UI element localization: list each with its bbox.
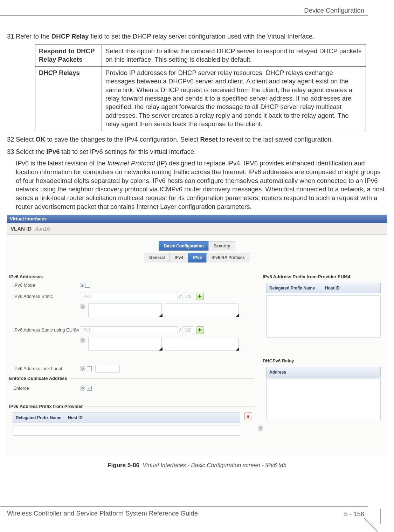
col-host-id[interactable]: Host ID bbox=[322, 283, 381, 293]
definition-table: Respond to DHCP Relay Packets Select thi… bbox=[35, 45, 366, 131]
term: DHCP Relays bbox=[35, 66, 102, 131]
window-titlebar: Virtual Interfaces bbox=[7, 215, 387, 223]
text: (IP) designed to replace IPv4. IPV6 prov… bbox=[16, 159, 385, 211]
step-number: 33 bbox=[7, 148, 16, 156]
field-name: DHCP Relay bbox=[51, 33, 89, 40]
tab-security[interactable]: Security bbox=[208, 241, 235, 251]
slash-icon: / bbox=[179, 327, 181, 333]
label: Enforce bbox=[13, 385, 80, 391]
tab-basic-configuration[interactable]: Basic Configuration bbox=[159, 241, 209, 251]
resize-icon: ◢ bbox=[236, 346, 239, 352]
step-31: 31 Refer to the DHCP Relay field to set … bbox=[7, 32, 387, 41]
add-button[interactable]: ✚ bbox=[196, 326, 204, 334]
prefix-provider-list[interactable] bbox=[13, 425, 240, 436]
term-italic: Internet Protocol bbox=[107, 159, 155, 167]
group-label: IPv6 Addresses bbox=[9, 274, 45, 280]
embedded-screenshot: Virtual Interfaces VLAN ID vlan10 Basic … bbox=[7, 215, 387, 455]
figure-caption: Figure 5-86 Virtual Interfaces - Basic C… bbox=[7, 461, 387, 470]
table-row: Respond to DHCP Relay Packets Select thi… bbox=[35, 45, 366, 66]
row-ipv6-mode: IPv6 Mode ⇲ bbox=[13, 282, 251, 288]
ipv6-static-eui-prefix-input[interactable]: 120 bbox=[182, 326, 194, 334]
running-header: Device Configuration bbox=[304, 6, 364, 15]
override-badge: o ◢ ◢ bbox=[80, 337, 239, 351]
text: field to set the DHCP relay server confi… bbox=[89, 33, 314, 40]
row-enforce: Enforce o bbox=[13, 385, 251, 391]
dhcpv6-relay-list[interactable] bbox=[266, 378, 381, 420]
text: Select bbox=[16, 136, 36, 143]
ipv6-static-eui-input[interactable]: IPv6 bbox=[80, 326, 178, 334]
text: tab to set IPv6 settings for this virtua… bbox=[60, 148, 196, 155]
ipv6-static-eui-list-2[interactable]: ◢ bbox=[165, 337, 239, 351]
tab-ipv6-ra-prefixes[interactable]: IPv6 RA Prefixes bbox=[206, 253, 250, 262]
tab-ipv6[interactable]: IPv6 bbox=[188, 253, 207, 262]
footer-rule bbox=[0, 506, 368, 507]
col-address[interactable]: Address bbox=[266, 367, 381, 377]
col-delegated-prefix[interactable]: Delegated Prefix Name bbox=[266, 283, 322, 293]
group-dhcpv6-relay: DHCPv6 Relay Address o bbox=[263, 361, 384, 438]
group-ipv6-addresses: IPv6 Addresses IPv6 Mode ⇲ IPv6 Address … bbox=[9, 277, 254, 386]
resize-icon: ◢ bbox=[236, 312, 239, 318]
resize-icon: ◢ bbox=[159, 346, 163, 352]
enforce-checkbox[interactable] bbox=[87, 386, 92, 391]
top-tabs: Basic ConfigurationSecurity bbox=[7, 241, 387, 251]
resize-icon: ◢ bbox=[159, 312, 163, 318]
ui-label: OK bbox=[36, 136, 46, 143]
tab-general[interactable]: General bbox=[144, 253, 170, 262]
group-label: Enforce Duplicate Address bbox=[9, 375, 69, 382]
vlan-label: VLAN ID bbox=[11, 226, 32, 232]
tab-ipv4[interactable]: IPv4 bbox=[170, 253, 189, 262]
group-prefix-provider: IPv6 Address Prefix from Provider Delega… bbox=[9, 407, 254, 407]
delete-button[interactable] bbox=[244, 412, 252, 420]
group-label: IPv6 Address Prefix from Provider EUI64 bbox=[263, 274, 352, 280]
expand-icon[interactable]: ⇲ bbox=[80, 282, 84, 288]
add-button[interactable]: ✚ bbox=[196, 293, 204, 300]
ipv6-static-prefix-input[interactable]: 128 bbox=[182, 293, 194, 300]
step-33: 33 Select the IPv6 tab to set IPv6 setti… bbox=[7, 148, 387, 212]
text: IPv6 is the latest revision of the bbox=[16, 159, 107, 167]
trash-icon bbox=[246, 414, 250, 418]
override-icon: o bbox=[80, 304, 85, 309]
footer-title: Wireless Controller and Service Platform… bbox=[7, 509, 198, 518]
override-icon: o bbox=[80, 366, 85, 371]
override-icon: o bbox=[80, 337, 85, 343]
tab-area: Basic ConfigurationSecurity GeneralIPv4I… bbox=[7, 241, 387, 262]
header-rule bbox=[0, 15, 368, 16]
override-icon: o bbox=[258, 425, 263, 431]
vlan-value: vlan10 bbox=[34, 226, 50, 232]
link-local-input[interactable] bbox=[95, 365, 120, 373]
ipv6-static-list[interactable]: ◢ bbox=[88, 303, 162, 317]
vlan-row: VLAN ID vlan10 bbox=[7, 223, 387, 235]
ipv6-static-eui-list[interactable]: ◢ bbox=[88, 337, 162, 351]
group-label: DHCPv6 Relay bbox=[263, 358, 296, 364]
label: IPv6 Address Static bbox=[13, 293, 80, 300]
definition: Provide IP addresses for DHCP server rel… bbox=[102, 66, 366, 131]
step-number: 31 bbox=[7, 32, 16, 41]
ipv6-static-list-2[interactable]: ◢ bbox=[165, 303, 239, 317]
override-badge: o ◢ ◢ bbox=[80, 303, 239, 317]
label: IPv6 Address Link Local bbox=[13, 366, 80, 372]
row-ipv6-link-local: IPv6 Address Link Local o bbox=[13, 365, 251, 373]
page-number: 5 - 156 bbox=[344, 510, 364, 519]
label: IPv6 Mode bbox=[13, 282, 80, 288]
group-enforce-duplicate: Enforce Duplicate Address Enforce o bbox=[9, 378, 254, 400]
text: to save the changes to the IPv4 configur… bbox=[45, 136, 200, 143]
row-ipv6-static-eui64: IPv6 Address Static using EUI64 IPv6 / 1… bbox=[13, 326, 251, 334]
figure-caption-text: Virtual Interfaces - Basic Configuration… bbox=[143, 462, 286, 468]
prefix-eui64-list[interactable] bbox=[266, 295, 381, 337]
ipv6-static-input[interactable]: IPv6 bbox=[80, 293, 178, 300]
ipv6-mode-checkbox[interactable] bbox=[85, 283, 90, 288]
slash-icon: / bbox=[179, 293, 181, 300]
figure-label: Figure 5-86 bbox=[108, 462, 139, 469]
link-local-checkbox[interactable] bbox=[87, 366, 92, 371]
text: to revert to the last saved configuratio… bbox=[218, 136, 333, 143]
col-host-id[interactable]: Host ID bbox=[65, 412, 240, 423]
page-corner-ornament bbox=[365, 509, 381, 524]
ui-label: Reset bbox=[200, 136, 218, 143]
step-number: 32 bbox=[7, 135, 16, 144]
definition: Select this option to allow the onboard … bbox=[102, 45, 366, 66]
page-content: 31 Refer to the DHCP Relay field to set … bbox=[7, 32, 387, 470]
term: Respond to DHCP Relay Packets bbox=[35, 45, 102, 66]
ui-label: IPv6 bbox=[46, 148, 60, 155]
text: Select the bbox=[16, 148, 46, 155]
col-delegated-prefix[interactable]: Delegated Prefix Name bbox=[13, 412, 65, 423]
